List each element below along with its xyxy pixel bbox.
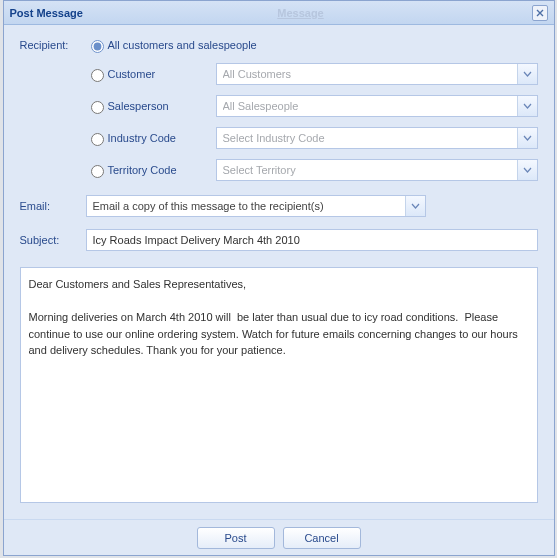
territory-dropdown-button[interactable] [517,160,537,180]
chevron-down-icon [523,167,532,173]
territory-dropdown[interactable]: Select Territory [216,159,538,181]
email-label: Email: [20,200,86,212]
recipient-all-label: All customers and salespeople [108,39,257,51]
recipient-territory-label: Territory Code [108,164,216,176]
email-dropdown[interactable]: Email a copy of this message to the reci… [86,195,426,217]
salesperson-dropdown[interactable]: All Salespeople [216,95,538,117]
titlebar: Post Message Message [4,1,554,25]
email-dropdown-button[interactable] [405,196,425,216]
email-dropdown-text: Email a copy of this message to the reci… [93,200,405,212]
salesperson-dropdown-button[interactable] [517,96,537,116]
chevron-down-icon [523,135,532,141]
recipient-customer-radio[interactable] [91,69,104,82]
recipient-all-radio[interactable] [91,40,104,53]
chevron-down-icon [523,103,532,109]
close-button[interactable] [532,5,548,21]
cancel-button[interactable]: Cancel [283,527,361,549]
recipient-industry-radio[interactable] [91,133,104,146]
subject-label: Subject: [20,234,86,246]
industry-dropdown-button[interactable] [517,128,537,148]
customer-dropdown-text: All Customers [223,68,517,80]
industry-dropdown-text: Select Industry Code [223,132,517,144]
post-message-dialog: Post Message Message Recipient: All cust… [3,0,555,556]
recipient-customer-label: Customer [108,68,216,80]
dialog-title: Post Message [10,7,218,19]
subject-input[interactable] [86,229,538,251]
post-button[interactable]: Post [197,527,275,549]
recipient-salesperson-label: Salesperson [108,100,216,112]
salesperson-dropdown-text: All Salespeople [223,100,517,112]
industry-dropdown[interactable]: Select Industry Code [216,127,538,149]
recipient-salesperson-radio[interactable] [91,101,104,114]
recipient-industry-label: Industry Code [108,132,216,144]
chevron-down-icon [523,71,532,77]
message-textarea[interactable] [20,267,538,503]
territory-dropdown-text: Select Territory [223,164,517,176]
recipient-label: Recipient: [20,39,86,51]
customer-dropdown[interactable]: All Customers [216,63,538,85]
titlebar-ghost-text: Message [277,7,323,19]
customer-dropdown-button[interactable] [517,64,537,84]
recipient-territory-radio[interactable] [91,165,104,178]
chevron-down-icon [411,203,420,209]
dialog-footer: Post Cancel [4,519,554,555]
close-icon [536,9,544,17]
dialog-body: Recipient: All customers and salespeople… [4,25,554,519]
